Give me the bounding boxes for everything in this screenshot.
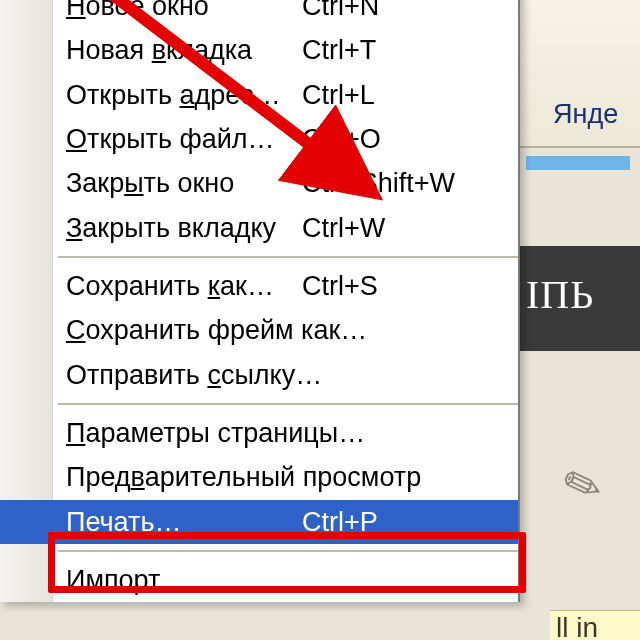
menu-item-label: Сохранить фрейм как… [66, 311, 367, 349]
menu-item[interactable]: Параметры страницы… [0, 411, 518, 455]
menu-item-shortcut: Ctrl+W [302, 209, 385, 247]
menu-item-label: Предварительный просмотр [66, 458, 421, 496]
menu-item[interactable]: Сохранить как…Ctrl+S [0, 264, 518, 308]
dark-banner-fragment: IПЬ [520, 246, 640, 351]
menu-item-label: Печать… [66, 503, 302, 541]
tooltip-fragment: ll in [550, 610, 640, 640]
menu-item[interactable]: Предварительный просмотр [0, 455, 518, 499]
menu-separator [58, 256, 518, 258]
background-region: Янде IПЬ ✎ ll in [520, 0, 640, 640]
menu-item-label: Открыть адрес… [66, 76, 302, 114]
menu-item[interactable]: Новое окноCtrl+N [0, 0, 518, 28]
menu-item[interactable]: Сохранить фрейм как… [0, 308, 518, 352]
menu-item[interactable]: Новая вкладкаCtrl+T [0, 28, 518, 72]
menu-item-shortcut: Ctrl+L [302, 76, 375, 114]
menu-item-label: Открыть файл… [66, 120, 302, 158]
menu-item-shortcut: Ctrl+S [302, 267, 378, 305]
menu-item-shortcut: Ctrl+Shift+W [302, 164, 455, 202]
menu-item-label: Отправить ссылку… [66, 356, 322, 394]
menu-item-label: Новое окно [66, 0, 302, 25]
menu-item[interactable]: Печать…Ctrl+P [0, 500, 518, 544]
menu-item[interactable]: Открыть адрес…Ctrl+L [0, 73, 518, 117]
menu-item-shortcut: Ctrl+N [302, 0, 379, 25]
menu-item-shortcut: Ctrl+P [302, 503, 378, 541]
menu-item-label: Новая вкладка [66, 31, 302, 69]
menu-item-label: Закрыть вкладку [66, 209, 302, 247]
pin-icon: ✎ [555, 453, 610, 517]
blue-fragment [526, 156, 630, 170]
menu-item[interactable]: Закрыть вкладкуCtrl+W [0, 206, 518, 250]
menu-item-label: Сохранить как… [66, 267, 302, 305]
menu-item-shortcut: Ctrl+O [302, 120, 381, 158]
file-menu: Новое окноCtrl+NНовая вкладкаCtrl+TОткры… [0, 0, 520, 602]
menu-item-label: Импорт… [66, 561, 302, 599]
search-link-fragment: Янде [553, 99, 618, 130]
menu-item-label: Параметры страницы… [66, 414, 365, 452]
menu-item[interactable]: Закрыть окноCtrl+Shift+W [0, 161, 518, 205]
menu-item-label: Закрыть окно [66, 164, 302, 202]
menu-separator [58, 550, 518, 552]
menu-item[interactable]: Импорт… [0, 558, 518, 602]
menu-item[interactable]: Отправить ссылку… [0, 353, 518, 397]
menu-separator [58, 403, 518, 405]
menu-item-shortcut: Ctrl+T [302, 31, 376, 69]
menu-item[interactable]: Открыть файл…Ctrl+O [0, 117, 518, 161]
